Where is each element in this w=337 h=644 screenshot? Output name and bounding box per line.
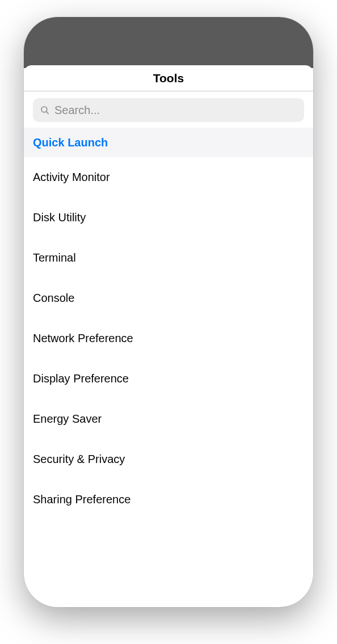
list-item-label: Energy Saver (33, 413, 102, 426)
list-item-label: Sharing Preference (33, 493, 130, 506)
page-title: Tools (153, 71, 184, 85)
list-item-display-preference[interactable]: Display Preference (24, 359, 313, 399)
list-item-label: Disk Utility (33, 211, 86, 224)
list-item-label: Quick Launch (33, 136, 108, 149)
list-item-quick-launch[interactable]: Quick Launch (24, 128, 313, 157)
list-item-network-preference[interactable]: Network Preference (24, 318, 313, 359)
list-item-activity-monitor[interactable]: Activity Monitor (24, 157, 313, 197)
tools-list: Quick Launch Activity Monitor Disk Utili… (24, 128, 313, 520)
list-item-energy-saver[interactable]: Energy Saver (24, 399, 313, 439)
list-item-console[interactable]: Console (24, 278, 313, 318)
list-item-disk-utility[interactable]: Disk Utility (24, 197, 313, 238)
svg-point-0 (41, 107, 47, 112)
svg-line-1 (47, 112, 49, 114)
list-item-label: Console (33, 292, 74, 305)
list-item-label: Activity Monitor (33, 171, 110, 184)
list-item-security-privacy[interactable]: Security & Privacy (24, 439, 313, 479)
list-item-label: Security & Privacy (33, 453, 125, 466)
nav-bar: Tools (24, 65, 313, 91)
device-frame: Tools Quick Launch Activity Monitor Disk… (24, 17, 313, 607)
search-wrapper (24, 91, 313, 128)
search-input[interactable] (54, 104, 297, 117)
search-icon (40, 105, 50, 115)
list-item-terminal[interactable]: Terminal (24, 238, 313, 278)
list-item-sharing-preference[interactable]: Sharing Preference (24, 479, 313, 520)
status-bar-area (24, 17, 313, 68)
list-item-label: Network Preference (33, 332, 133, 345)
list-item-label: Display Preference (33, 372, 129, 385)
list-item-label: Terminal (33, 251, 76, 264)
search-field[interactable] (33, 98, 304, 122)
